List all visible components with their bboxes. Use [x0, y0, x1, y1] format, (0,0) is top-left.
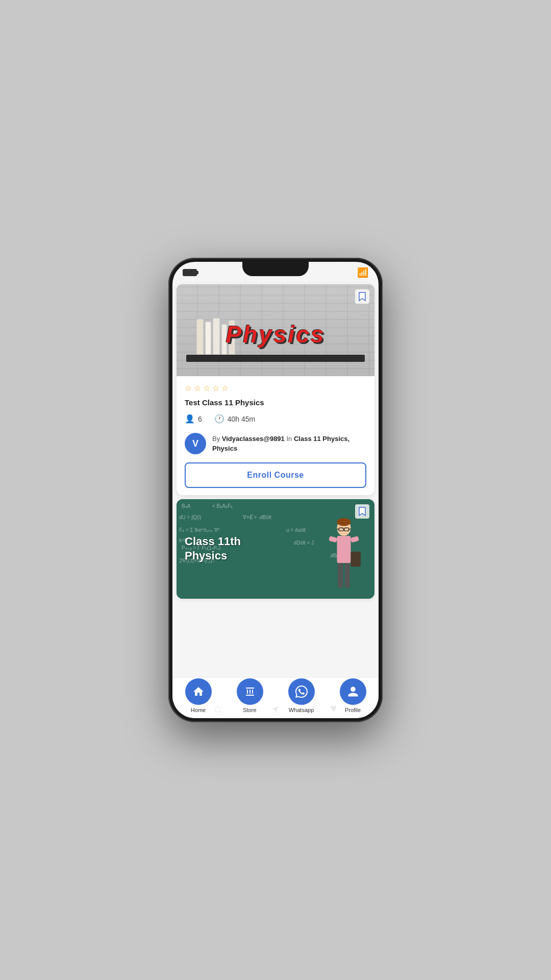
store-circle	[237, 678, 263, 705]
bookmark-icon[interactable]	[355, 289, 369, 304]
notch	[242, 262, 309, 276]
star-2: ☆	[194, 383, 201, 393]
avatar: V	[185, 433, 206, 454]
card-body-physics: ☆ ☆ ☆ ☆ ☆ Test Class 11 Physics 👤 6	[177, 376, 374, 495]
clock-icon: 🕐	[214, 414, 224, 424]
svg-line-4	[337, 529, 339, 529]
student-figure	[323, 517, 364, 599]
whatsapp-circle	[288, 678, 315, 705]
physics-banner: Physics	[177, 284, 374, 376]
phone-screen: 📶	[172, 262, 379, 718]
battery-icon	[183, 269, 197, 276]
star-4: ☆	[212, 383, 219, 393]
profile-circle	[340, 678, 366, 705]
system-nav-icon[interactable]: ➤	[269, 702, 282, 715]
svg-rect-12	[345, 563, 350, 587]
system-home-icon[interactable]: ⌂	[214, 702, 221, 715]
course-card-physics: Physics ☆ ☆ ☆ ☆ ☆	[177, 284, 374, 495]
students-icon: 👤	[185, 414, 195, 424]
star-3: ☆	[203, 383, 210, 393]
course-title: Test Class 11 Physics	[185, 398, 366, 407]
physics-title: Physics	[226, 321, 325, 348]
course-meta: 👤 6 🕐 40h 45m	[185, 414, 366, 424]
star-1: ☆	[185, 383, 192, 393]
svg-rect-10	[351, 552, 361, 567]
svg-rect-9	[350, 536, 359, 543]
svg-line-5	[349, 529, 351, 529]
wifi-icon: 📶	[357, 267, 368, 278]
rating-stars: ☆ ☆ ☆ ☆ ☆	[185, 383, 366, 393]
course-card-class11: B₁A < B₁A₁F₁ dU = ∫Q(l) ∇×E⃗ = -∂B/∂t F₁…	[177, 499, 374, 599]
student-count: 👤 6	[185, 414, 202, 424]
svg-point-1	[337, 518, 350, 526]
system-nav: ⌂ ➤ ♥	[168, 702, 383, 715]
instructor-name: Vidyaclasses@9891	[222, 435, 285, 443]
svg-rect-11	[338, 563, 343, 587]
scroll-content[interactable]: Physics ☆ ☆ ☆ ☆ ☆	[172, 280, 379, 696]
star-5: ☆	[221, 383, 229, 393]
instructor-row: V By Vidyaclasses@9891 In Class 11 Physi…	[185, 431, 366, 454]
instructor-info: By Vidyaclasses@9891 In Class 11 Physics…	[212, 434, 366, 454]
course-duration: 🕐 40h 45m	[214, 414, 255, 424]
svg-rect-7	[337, 536, 350, 563]
phone-frame: 📶	[168, 258, 383, 722]
bookmark-icon-2[interactable]	[355, 504, 369, 519]
svg-rect-8	[329, 536, 337, 543]
class11-banner: B₁A < B₁A₁F₁ dU = ∫Q(l) ∇×E⃗ = -∂B/∂t F₁…	[177, 499, 374, 599]
enroll-course-button[interactable]: Enroll Course	[185, 462, 366, 488]
class11-title: Class 11th Physics	[185, 534, 241, 564]
system-fav-icon[interactable]: ♥	[330, 702, 337, 715]
home-circle	[185, 678, 212, 705]
